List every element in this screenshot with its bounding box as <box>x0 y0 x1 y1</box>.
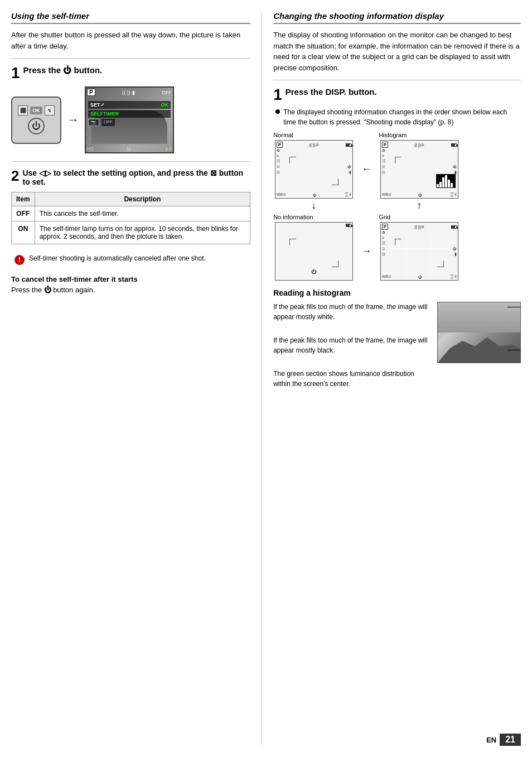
grid-line-h2 <box>381 264 458 264</box>
no-info-timer-icon: ⏻ <box>311 269 316 274</box>
normal-bottom-row: WB⊙ ⏻ ⌛4 <box>277 192 351 197</box>
camera-icon-1: ⬛ <box>18 105 28 115</box>
right-intro-text: The display of shooting information on t… <box>273 30 521 73</box>
bullet-point: The displayed shooting information chang… <box>275 107 521 127</box>
no-info-mode-screen: ⏻ <box>275 222 353 281</box>
top-arrow-line <box>507 307 521 307</box>
histogram-mode-screen: P ((·)) ⊙ ✿ ≡ ☷ ⊙ ⊡ <box>380 140 458 199</box>
histogram-text-1: If the peak fills too much of the frame,… <box>273 302 432 322</box>
normal-icon-2: ≡ <box>277 154 280 158</box>
table-cell-off: OFF <box>12 206 35 221</box>
normal-icon-4: ⊙ <box>277 165 280 169</box>
left-column: Using the self-timer After the shutter b… <box>11 11 262 746</box>
histogram-icon-1: ✿ <box>382 148 385 153</box>
screen-set-ok-row: SET✓ OK <box>88 101 171 109</box>
warning-icon: ! <box>14 255 25 265</box>
arrow-up-right: ↑ <box>417 200 422 211</box>
camera-body-icon: ⬛ OK ↯ ⏻ <box>11 97 61 144</box>
histogram-demo: If the peak fills too much of the frame,… <box>273 302 521 392</box>
histogram-right-icon-2: ▮ <box>454 170 457 175</box>
table-cell-on: ON <box>12 221 35 244</box>
step1-text: Press the ⏻ button. <box>23 65 103 75</box>
normal-left-icons: ✿ ≡ ☷ ⊙ ⊡ <box>277 148 280 175</box>
histogram-wifi-icon: ((·)) <box>414 143 420 147</box>
display-mode-flow: Normal Histogram P ((·)) ⊙ <box>273 131 521 281</box>
histogram-image <box>437 302 521 363</box>
left-intro-text: After the shutter button is pressed all … <box>11 30 250 51</box>
grid-mode-screen: P ((·)) ⊙ ✿ ≡ ☷ ⊙ ⊡ <box>380 222 458 281</box>
normal-battery-icon <box>346 143 351 147</box>
screen-off-label: OFF <box>162 90 172 95</box>
hist-bar-6 <box>451 183 453 187</box>
histogram-screen-top: P ((·)) ⊙ <box>382 142 457 148</box>
battery-fill <box>346 144 350 146</box>
cancel-text: Press the ⏻ button again. <box>11 286 250 294</box>
histogram-icon-3: ☷ <box>382 159 385 163</box>
grid-overlay <box>381 233 458 280</box>
bullet-dot-icon <box>275 109 280 114</box>
normal-screen-top: P ((·)) ⊙ <box>277 142 351 148</box>
screen-icons-top: ((·)) ▮ <box>122 90 135 95</box>
camera-icon-2: ↯ <box>45 105 55 115</box>
histogram-battery-fill <box>452 144 455 146</box>
table-row: OFF This cancels the self-timer. <box>12 206 250 221</box>
screen-bottom-mid: ⏻ <box>127 146 131 151</box>
arrow-right-flow: ← <box>361 163 371 175</box>
cancel-heading: To cancel the self-timer after it starts <box>11 275 250 283</box>
normal-label: Normal <box>273 132 293 138</box>
no-info-bracket-br <box>332 261 338 267</box>
bottom-arrow-line <box>507 350 521 350</box>
right-divider-1 <box>273 80 521 80</box>
page-number-box: 21 <box>500 734 521 746</box>
normal-mode-label-container: Normal <box>273 131 293 139</box>
histogram-bottom-left: WB⊙ <box>382 192 391 197</box>
table-header-item: Item <box>12 192 35 206</box>
step2-heading: 2 Use ◁▷ to select the setting option, a… <box>11 168 250 186</box>
normal-right-icons: ⏻ ▮ <box>347 165 351 175</box>
no-info-battery-fill <box>346 224 350 226</box>
hist-bar-4 <box>445 175 447 187</box>
table-row: ON The self-timer lamp turns on for appr… <box>12 221 250 244</box>
histogram-icon-5: ⊡ <box>382 170 385 175</box>
histogram-p-label: P <box>382 142 388 148</box>
table-cell-on-desc: The self-timer lamp turns on for approx.… <box>35 221 250 244</box>
right-step1-text: Press the DISP. button. <box>286 87 377 97</box>
notice-text: Self-timer shooting is automatically can… <box>29 254 206 262</box>
divider-2 <box>11 161 250 162</box>
screen-bottom-bar: HQ ⏻ ⌛4 <box>87 146 172 151</box>
histogram-icon-4: ⊙ <box>382 165 385 169</box>
arrow-line-bottom-container <box>507 350 521 350</box>
normal-bottom-left: WB⊙ <box>277 192 286 197</box>
camera-screen-inner: P ((·)) ▮ OFF SET✓ OK SELFTIMER <box>86 88 173 152</box>
histogram-battery <box>451 143 457 147</box>
histogram-right-icon-1: ⏻ <box>453 165 457 168</box>
screen-bottom-left: HQ <box>87 146 94 151</box>
histogram-image-column <box>437 302 521 392</box>
grid-bottom-mid: ⏻ <box>418 275 422 279</box>
histogram-label: Histogram <box>379 132 407 138</box>
step2-number: 2 <box>11 168 19 183</box>
selftimer-label: SELFTIMER <box>88 110 171 118</box>
table-cell-off-desc: This cancels the self-timer. <box>35 206 250 221</box>
hist-bar-5 <box>448 180 450 187</box>
grid-bottom-right: ⌛4 <box>449 274 457 279</box>
step1-number: 1 <box>11 65 20 81</box>
left-section-title: Using the self-timer <box>11 11 250 24</box>
screen-options-row: 📷 OFF <box>88 119 171 126</box>
ok-button-icon: OK <box>30 107 42 114</box>
ok-label: OK <box>161 102 169 108</box>
grid-bracket-br <box>437 261 444 267</box>
normal-icon-1: ✿ <box>277 148 280 153</box>
hist-bar-3 <box>442 177 444 187</box>
histogram-top-icons: ((·)) ⊙ <box>414 143 424 147</box>
no-info-screen-top <box>277 224 351 227</box>
right-step1-number: 1 <box>273 87 282 103</box>
grid-bottom-row: WB⊙ ⏻ ⌛4 <box>382 274 457 279</box>
grid-wifi-icon: ((·)) <box>414 225 420 229</box>
grid-label-container: Grid <box>379 213 390 221</box>
normal-wifi-icon: ((·)) <box>309 143 315 147</box>
histogram-text-2: If the peak fills too much of the frame,… <box>273 335 432 355</box>
grid-line-v2 <box>432 233 432 280</box>
grid-bottom-left: WB⊙ <box>382 274 391 279</box>
arrow-right-icon: → <box>67 113 79 127</box>
